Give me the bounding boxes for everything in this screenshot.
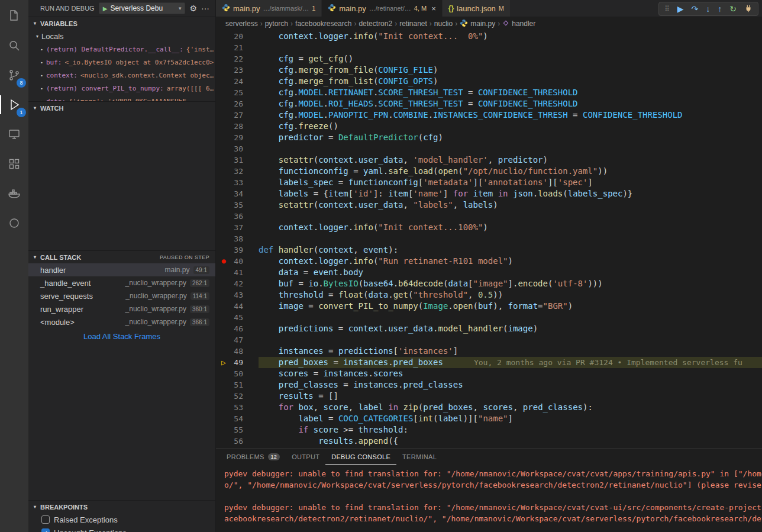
gutter[interactable]: 51 [216,379,259,391]
gutter[interactable]: ●40 [216,256,259,267]
gutter[interactable]: 30 [216,143,259,154]
breakpoint-item[interactable]: Raised Exceptions [28,513,215,526]
gutter[interactable]: 20 [216,31,259,42]
gutter[interactable]: 50 [216,368,259,379]
gutter[interactable]: 37 [216,222,259,233]
drag-handle-icon[interactable]: ⠿ [664,5,670,13]
breadcrumb-item-detectron2[interactable]: detectron2 [359,20,392,28]
gutter[interactable]: 21 [216,42,259,53]
source-control-icon[interactable]: 8 [0,60,28,90]
gutter[interactable]: 54 [216,413,259,424]
breadcrumb-item-pytorch[interactable]: pytorch [265,20,288,28]
gutter[interactable]: 48 [216,346,259,357]
gutter[interactable]: 42 [216,278,259,289]
watch-section-header[interactable]: ▾ WATCH [28,101,215,114]
run-and-debug-icon[interactable]: 1 [0,90,28,120]
close-icon[interactable]: × [431,4,436,13]
gutter[interactable]: 32 [216,166,259,177]
gutter[interactable]: 47 [216,334,259,346]
gutter[interactable]: 22 [216,53,259,65]
docker-icon[interactable] [0,179,28,208]
extensions-icon[interactable] [0,149,28,179]
breakpoint-checkbox[interactable]: ✓ [41,528,50,532]
breadcrumb-item-facebookresearch[interactable]: facebookresearch [295,20,351,28]
explorer-icon[interactable] [0,1,28,31]
gutter[interactable]: 43 [216,289,259,301]
breadcrumb-separator-icon: › [290,20,293,28]
variables-section-header[interactable]: ▾ VARIABLES [28,17,215,30]
gutter[interactable]: 55 [216,424,259,436]
debug-config-dropdown[interactable]: ▶ Serverless Debu ▾ [99,2,186,14]
panel-tab-terminal[interactable]: TERMINAL [396,449,443,465]
gutter[interactable]: 38 [216,233,259,244]
stack-frame[interactable]: run_wrapper_nuclio_wrapper.py360:1 [28,302,215,315]
gutter[interactable]: 44 [216,301,259,312]
gutter[interactable]: 26 [216,98,259,109]
variable-item[interactable]: ▸data:{'image': 'iVBOR…0KG=AAAANSUhE… [28,95,215,101]
gutter[interactable]: 35 [216,199,259,211]
json-file-icon: {} [448,4,454,12]
breadcrumb-item-serverless[interactable]: serverless [225,20,258,28]
restart-button[interactable]: ↻ [729,5,737,13]
panel-tab-problems[interactable]: PROBLEMS12 [221,449,286,465]
gutter[interactable]: 34 [216,188,259,199]
variable-item[interactable]: ▸(return) DefaultPredictor.__call__:{'in… [28,43,215,56]
code-line-content: threshold = float(data.get("threshold", … [259,289,762,301]
gutter[interactable]: 29 [216,132,259,143]
gutter[interactable]: 41 [216,267,259,278]
gutter[interactable]: 27 [216,109,259,121]
gutter[interactable]: 24 [216,76,259,87]
gutter[interactable]: 28 [216,121,259,132]
gutter[interactable]: ▷49 [216,357,259,368]
search-icon[interactable] [0,31,28,60]
editor-tab-main.py[interactable]: main.py…/retinanet/…4, M× [322,0,442,17]
breadcrumb-label: handler [512,20,535,28]
gutter[interactable]: 46 [216,323,259,334]
breadcrumb-item-handler[interactable]: handler [502,20,535,28]
gear-icon[interactable]: ⚙ [189,4,197,13]
gutter[interactable]: 53 [216,402,259,413]
code-line-38: 38 [216,233,762,244]
breadcrumb-item-retinanet[interactable]: retinanet [399,20,427,28]
variable-item[interactable]: ▸buf:<_io.BytesIO object at 0x7f5a2dc1ec… [28,56,215,69]
remote-explorer-icon[interactable] [0,120,28,149]
stack-frame[interactable]: <module>_nuclio_wrapper.py366:1 [28,315,215,328]
gutter[interactable]: 33 [216,177,259,188]
breakpoint-dot-icon[interactable]: ● [216,256,231,267]
stack-frame[interactable]: serve_requests_nuclio_wrapper.py114:1 [28,289,215,302]
more-actions-icon[interactable]: ··· [201,4,209,13]
panel-tab-output[interactable]: OUTPUT [286,449,325,465]
breakpoints-section-header[interactable]: ▾ BREAKPOINTS [28,500,215,513]
gutter[interactable]: 25 [216,87,259,98]
step-into-button[interactable]: ↓ [706,5,710,13]
code-editor[interactable]: 20 context.logger.info("Init context... … [216,31,762,449]
gutter[interactable]: 39 [216,244,259,256]
gutter[interactable]: 31 [216,154,259,166]
editor-tab-launch.json[interactable]: {}launch.jsonM [443,0,511,17]
continue-button[interactable]: ▶ [677,5,684,13]
breakpoint-item[interactable]: ✓Uncaught Exceptions [28,526,215,532]
breadcrumb-item-nuclio[interactable]: nuclio [434,20,453,28]
start-debugging-icon[interactable]: ▶ [103,5,108,12]
panel-tab-debug-console[interactable]: DEBUG CONSOLE [325,449,396,465]
stack-frame[interactable]: _handle_event_nuclio_wrapper.py262:1 [28,276,215,289]
call-stack-section-header[interactable]: ▾ CALL STACK PAUSED ON STEP [28,250,215,263]
debug-console-output[interactable]: pydev debugger: unable to find translati… [216,465,762,532]
editor-tab-main.py[interactable]: main.py…/siammask/…1 [216,0,322,17]
step-over-button[interactable]: ↷ [692,5,699,13]
breakpoint-checkbox[interactable] [41,515,50,524]
variable-item[interactable]: ▸context:<nuclio_sdk.context.Context obj… [28,69,215,82]
step-out-button[interactable]: ↑ [718,5,722,13]
gutter[interactable]: 52 [216,391,259,402]
gutter[interactable]: 36 [216,211,259,222]
load-all-stack-frames-link[interactable]: Load All Stack Frames [28,328,215,344]
gutter[interactable]: 45 [216,312,259,323]
plugin-circle-icon[interactable] [0,208,28,238]
gutter[interactable]: 56 [216,436,259,447]
stack-frame[interactable]: handlermain.py49:1 [28,263,215,276]
disconnect-button[interactable] [744,4,753,14]
variable-item[interactable]: ▸(return) convert_PIL_to_numpy:array([[[… [28,82,215,95]
gutter[interactable]: 23 [216,65,259,76]
variables-scope-locals[interactable]: ▾ Locals [28,30,215,43]
breadcrumb-item-main.py[interactable]: main.py [460,19,495,29]
